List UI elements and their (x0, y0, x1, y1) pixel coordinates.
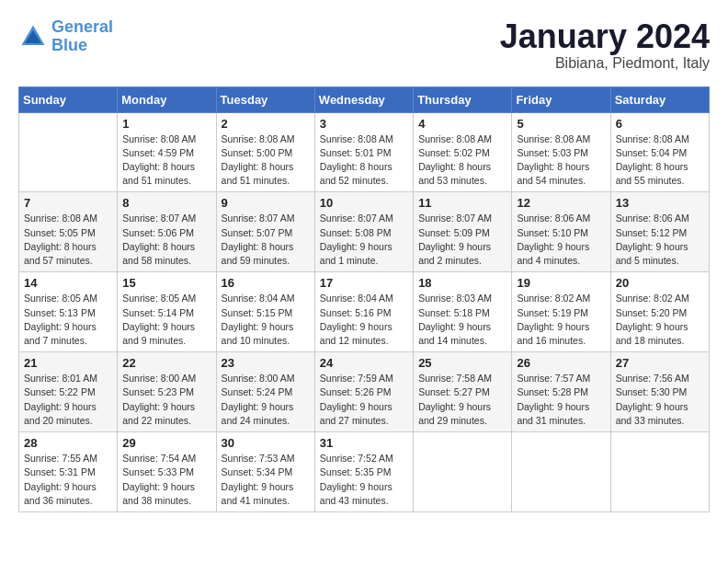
calendar-cell: 12Sunrise: 8:06 AMSunset: 5:10 PMDayligh… (512, 192, 610, 272)
calendar-cell: 24Sunrise: 7:59 AMSunset: 5:26 PMDayligh… (314, 352, 413, 432)
day-info: Sunrise: 8:00 AMSunset: 5:23 PMDaylight:… (122, 372, 210, 428)
day-info: Sunrise: 8:04 AMSunset: 5:16 PMDaylight:… (320, 292, 408, 348)
calendar-cell (610, 432, 709, 512)
logo-text: General Blue (51, 18, 113, 55)
day-number: 24 (320, 356, 408, 370)
day-info: Sunrise: 8:07 AMSunset: 5:09 PMDaylight:… (418, 212, 506, 268)
location-subtitle: Bibiana, Piedmont, Italy (500, 55, 710, 72)
day-info: Sunrise: 7:59 AMSunset: 5:26 PMDaylight:… (320, 372, 408, 428)
weekday-header-wednesday: Wednesday (314, 86, 413, 112)
day-info: Sunrise: 8:05 AMSunset: 5:13 PMDaylight:… (24, 292, 112, 348)
calendar-cell: 15Sunrise: 8:05 AMSunset: 5:14 PMDayligh… (118, 272, 216, 352)
calendar-cell (19, 112, 118, 192)
calendar-cell: 6Sunrise: 8:08 AMSunset: 5:04 PMDaylight… (610, 112, 709, 192)
day-number: 14 (24, 276, 112, 290)
weekday-header-monday: Monday (118, 86, 216, 112)
day-number: 31 (320, 436, 408, 450)
day-number: 10 (320, 196, 408, 210)
calendar-cell (512, 432, 610, 512)
weekday-header-sunday: Sunday (19, 86, 118, 112)
day-info: Sunrise: 8:08 AMSunset: 5:05 PMDaylight:… (24, 212, 112, 268)
day-info: Sunrise: 8:07 AMSunset: 5:07 PMDaylight:… (222, 212, 310, 268)
logo-icon (18, 22, 48, 52)
day-number: 26 (517, 356, 605, 370)
day-info: Sunrise: 8:08 AMSunset: 5:04 PMDaylight:… (616, 132, 704, 189)
calendar-cell: 17Sunrise: 8:04 AMSunset: 5:16 PMDayligh… (314, 272, 413, 352)
day-info: Sunrise: 7:54 AMSunset: 5:33 PMDaylight:… (122, 452, 210, 508)
day-info: Sunrise: 8:06 AMSunset: 5:12 PMDaylight:… (616, 212, 704, 268)
calendar-cell: 22Sunrise: 8:00 AMSunset: 5:23 PMDayligh… (118, 352, 216, 432)
day-number: 29 (122, 436, 210, 450)
month-title: January 2024 (500, 18, 710, 55)
calendar-cell: 25Sunrise: 7:58 AMSunset: 5:27 PMDayligh… (414, 352, 512, 432)
calendar-week-row: 21Sunrise: 8:01 AMSunset: 5:22 PMDayligh… (19, 352, 710, 432)
calendar-cell: 8Sunrise: 8:07 AMSunset: 5:06 PMDaylight… (118, 192, 216, 272)
calendar-cell: 18Sunrise: 8:03 AMSunset: 5:18 PMDayligh… (414, 272, 512, 352)
calendar-cell: 1Sunrise: 8:08 AMSunset: 4:59 PMDaylight… (118, 112, 216, 192)
weekday-header-tuesday: Tuesday (216, 86, 314, 112)
calendar-cell: 3Sunrise: 8:08 AMSunset: 5:01 PMDaylight… (314, 112, 413, 192)
day-number: 7 (24, 196, 112, 210)
calendar-week-row: 7Sunrise: 8:08 AMSunset: 5:05 PMDaylight… (19, 192, 710, 272)
calendar-cell: 7Sunrise: 8:08 AMSunset: 5:05 PMDaylight… (19, 192, 118, 272)
day-number: 3 (320, 117, 408, 131)
day-info: Sunrise: 8:08 AMSunset: 5:03 PMDaylight:… (517, 132, 605, 189)
day-number: 1 (122, 117, 210, 131)
day-number: 16 (222, 276, 310, 290)
calendar-cell: 16Sunrise: 8:04 AMSunset: 5:15 PMDayligh… (216, 272, 314, 352)
calendar-cell: 27Sunrise: 7:56 AMSunset: 5:30 PMDayligh… (610, 352, 709, 432)
calendar-cell: 9Sunrise: 8:07 AMSunset: 5:07 PMDaylight… (216, 192, 314, 272)
day-info: Sunrise: 8:03 AMSunset: 5:18 PMDaylight:… (418, 292, 506, 348)
day-number: 30 (222, 436, 310, 450)
calendar-cell: 5Sunrise: 8:08 AMSunset: 5:03 PMDaylight… (512, 112, 610, 192)
day-number: 21 (24, 356, 112, 370)
page-header: General Blue January 2024 Bibiana, Piedm… (18, 18, 710, 72)
day-info: Sunrise: 8:08 AMSunset: 5:00 PMDaylight:… (222, 132, 310, 189)
day-info: Sunrise: 8:06 AMSunset: 5:10 PMDaylight:… (517, 212, 605, 268)
day-number: 4 (418, 117, 506, 131)
weekday-header-row: SundayMondayTuesdayWednesdayThursdayFrid… (19, 86, 710, 112)
calendar-cell: 14Sunrise: 8:05 AMSunset: 5:13 PMDayligh… (19, 272, 118, 352)
day-number: 13 (616, 196, 704, 210)
calendar-week-row: 1Sunrise: 8:08 AMSunset: 4:59 PMDaylight… (19, 112, 710, 192)
day-number: 28 (24, 436, 112, 450)
day-info: Sunrise: 8:05 AMSunset: 5:14 PMDaylight:… (122, 292, 210, 348)
calendar-cell: 19Sunrise: 8:02 AMSunset: 5:19 PMDayligh… (512, 272, 610, 352)
day-info: Sunrise: 8:07 AMSunset: 5:08 PMDaylight:… (320, 212, 408, 268)
calendar-cell: 10Sunrise: 8:07 AMSunset: 5:08 PMDayligh… (314, 192, 413, 272)
calendar-cell: 2Sunrise: 8:08 AMSunset: 5:00 PMDaylight… (216, 112, 314, 192)
day-info: Sunrise: 8:07 AMSunset: 5:06 PMDaylight:… (122, 212, 210, 268)
calendar-cell: 4Sunrise: 8:08 AMSunset: 5:02 PMDaylight… (414, 112, 512, 192)
day-info: Sunrise: 7:53 AMSunset: 5:34 PMDaylight:… (222, 452, 310, 508)
calendar-cell: 20Sunrise: 8:02 AMSunset: 5:20 PMDayligh… (610, 272, 709, 352)
day-number: 23 (222, 356, 310, 370)
weekday-header-thursday: Thursday (414, 86, 512, 112)
weekday-header-saturday: Saturday (610, 86, 709, 112)
day-number: 27 (616, 356, 704, 370)
day-info: Sunrise: 8:02 AMSunset: 5:19 PMDaylight:… (517, 292, 605, 348)
day-number: 20 (616, 276, 704, 290)
day-info: Sunrise: 7:56 AMSunset: 5:30 PMDaylight:… (616, 372, 704, 428)
calendar-week-row: 14Sunrise: 8:05 AMSunset: 5:13 PMDayligh… (19, 272, 710, 352)
day-info: Sunrise: 8:08 AMSunset: 4:59 PMDaylight:… (122, 132, 210, 189)
weekday-header-friday: Friday (512, 86, 610, 112)
day-number: 12 (517, 196, 605, 210)
day-number: 2 (222, 117, 310, 131)
day-number: 11 (418, 196, 506, 210)
day-info: Sunrise: 8:08 AMSunset: 5:01 PMDaylight:… (320, 132, 408, 189)
day-number: 8 (122, 196, 210, 210)
calendar-cell: 30Sunrise: 7:53 AMSunset: 5:34 PMDayligh… (216, 432, 314, 512)
day-info: Sunrise: 7:55 AMSunset: 5:31 PMDaylight:… (24, 452, 112, 508)
calendar-table: SundayMondayTuesdayWednesdayThursdayFrid… (18, 86, 710, 512)
day-number: 5 (517, 117, 605, 131)
day-number: 6 (616, 117, 704, 131)
day-info: Sunrise: 8:00 AMSunset: 5:24 PMDaylight:… (222, 372, 310, 428)
day-info: Sunrise: 7:58 AMSunset: 5:27 PMDaylight:… (418, 372, 506, 428)
calendar-cell: 31Sunrise: 7:52 AMSunset: 5:35 PMDayligh… (314, 432, 413, 512)
day-number: 9 (222, 196, 310, 210)
logo: General Blue (18, 18, 113, 55)
calendar-cell: 29Sunrise: 7:54 AMSunset: 5:33 PMDayligh… (118, 432, 216, 512)
calendar-cell: 13Sunrise: 8:06 AMSunset: 5:12 PMDayligh… (610, 192, 709, 272)
day-info: Sunrise: 8:08 AMSunset: 5:02 PMDaylight:… (418, 132, 506, 189)
calendar-cell: 26Sunrise: 7:57 AMSunset: 5:28 PMDayligh… (512, 352, 610, 432)
